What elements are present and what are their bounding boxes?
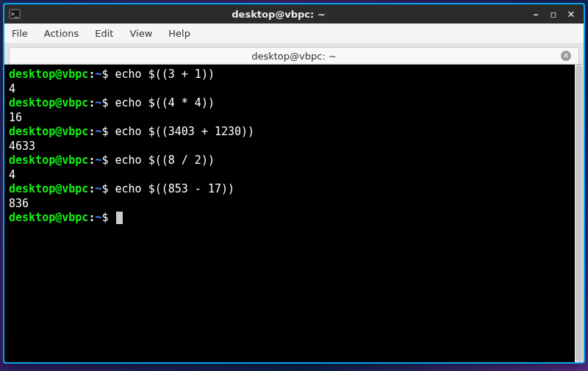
scrollbar-thumb[interactable] [576,65,583,362]
terminal-output-line: 16 [9,111,579,126]
menu-help[interactable]: Help [168,28,190,39]
terminal-command-line: desktop@vbpc:~$ echo $((8 / 2)) [9,154,579,168]
svg-text:>_: >_ [11,11,18,18]
terminal[interactable]: desktop@vbpc:~$ echo $((3 + 1))4desktop@… [4,65,584,362]
terminal-output-line: 836 [9,197,579,212]
terminal-command-line: desktop@vbpc:~$ echo $((3 + 1)) [9,68,579,82]
menu-file[interactable]: File [12,28,28,39]
terminal-output-line: 4 [9,82,579,97]
app-icon: >_ [9,8,21,20]
cursor [116,212,123,224]
scrollbar[interactable] [575,65,584,362]
titlebar[interactable]: >_ desktop@vbpc: ~ – ▫ ✕ [4,4,584,24]
terminal-window: >_ desktop@vbpc: ~ – ▫ ✕ File Actions Ed… [3,3,585,364]
maximize-button[interactable]: ▫ [548,9,559,19]
terminal-output-line: 4633 [9,140,579,154]
terminal-output-line: 4 [9,168,579,183]
close-icon[interactable]: ✕ [561,51,571,61]
terminal-command-line: desktop@vbpc:~$ echo $((4 * 4)) [9,96,579,111]
menubar: File Actions Edit View Help [4,24,584,44]
tab[interactable]: desktop@vbpc: ~ ✕ [9,47,579,64]
tabbar: desktop@vbpc: ~ ✕ [4,44,584,65]
tab-label: desktop@vbpc: ~ [251,51,337,62]
window-controls: – ▫ ✕ [531,9,579,19]
minimize-button[interactable]: – [531,9,541,19]
menu-view[interactable]: View [129,28,152,39]
terminal-output: desktop@vbpc:~$ echo $((3 + 1))4desktop@… [9,68,579,226]
terminal-command-line: desktop@vbpc:~$ echo $((853 - 17)) [9,182,579,197]
terminal-command-line: desktop@vbpc:~$ [9,211,579,226]
window-title: desktop@vbpc: ~ [26,9,531,20]
menu-edit[interactable]: Edit [95,28,113,39]
menu-actions[interactable]: Actions [44,28,79,39]
close-button[interactable]: ✕ [566,9,576,19]
terminal-command-line: desktop@vbpc:~$ echo $((3403 + 1230)) [9,125,579,140]
